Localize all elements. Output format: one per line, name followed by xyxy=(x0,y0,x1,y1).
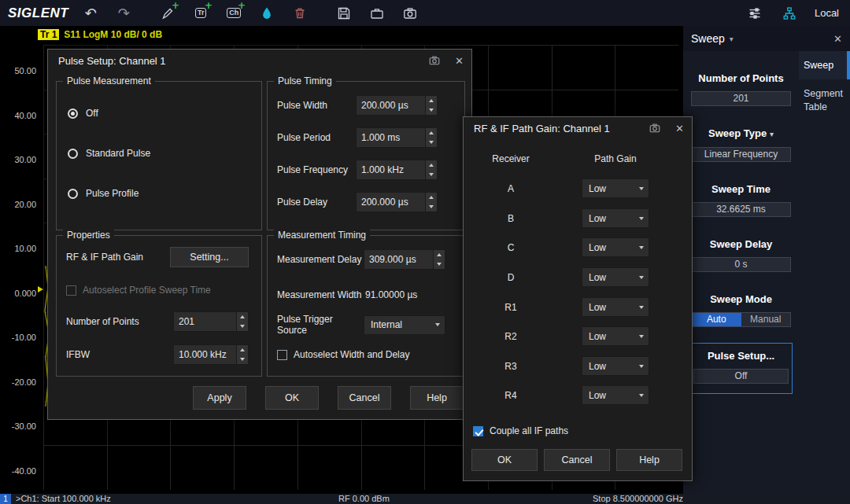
dropdown-caret-icon xyxy=(634,306,649,309)
start-frequency-text: >Ch1: Start 100.000 kHz xyxy=(16,494,111,504)
radio-standard-pulse[interactable]: Standard Pulse xyxy=(68,148,150,159)
pulse-setup-label: Pulse Setup... xyxy=(692,350,790,362)
measurement-width-label: Measurement Width xyxy=(277,289,361,300)
help-button[interactable]: Help xyxy=(410,386,464,410)
sweep-type-value[interactable]: Linear Frequency xyxy=(691,147,791,162)
trace-1-badge[interactable]: Tr 1 xyxy=(38,29,59,40)
gain-dropdown-r4[interactable]: Low xyxy=(582,385,649,405)
spinner-arrows[interactable] xyxy=(433,250,445,269)
tab-segment-table[interactable]: Segment Table xyxy=(799,79,850,121)
spinner-arrows[interactable] xyxy=(236,345,248,364)
channel-1-badge[interactable]: 1 xyxy=(0,494,11,504)
cancel-button[interactable]: Cancel xyxy=(338,386,391,410)
sweep-delay-item: Sweep Delay 0 s xyxy=(691,217,791,272)
dropdown-caret-icon xyxy=(431,323,445,326)
ok-button[interactable]: OK xyxy=(471,449,538,471)
tab-sweep[interactable]: Sweep xyxy=(799,51,850,79)
setting-button[interactable]: Setting... xyxy=(170,247,249,267)
cancel-button[interactable]: Cancel xyxy=(544,449,610,471)
channel-config-icon[interactable] xyxy=(745,4,764,23)
dropdown-caret-icon xyxy=(634,217,649,220)
gain-row-r1: R1 Low xyxy=(464,297,692,318)
spinner-arrows[interactable] xyxy=(236,312,248,331)
properties-group: Properties RF & IF Path Gain Setting... … xyxy=(56,235,262,377)
add-trace-icon[interactable]: Tr + xyxy=(191,4,210,23)
gain-dropdown-d[interactable]: Low xyxy=(582,267,649,287)
radio-off[interactable]: Off xyxy=(68,108,98,119)
y-tick: -20.00 xyxy=(0,377,36,387)
sweep-delay-value[interactable]: 0 s xyxy=(691,257,791,272)
pulse-period-input[interactable]: 1.000 ms xyxy=(356,127,438,148)
close-panel-icon[interactable]: ✕ xyxy=(833,33,842,45)
marker-droplet-icon[interactable] xyxy=(257,4,276,23)
sweep-mode-auto-button[interactable]: Auto xyxy=(692,313,741,326)
checkbox-icon xyxy=(66,285,76,296)
pulse-setup-dialog: Pulse Setup: Channel 1 ✕ Pulse Measureme… xyxy=(47,49,472,420)
gain-dropdown-r2[interactable]: Low xyxy=(582,326,649,346)
dialog-camera-icon[interactable] xyxy=(645,119,664,138)
pulse-trigger-source-dropdown[interactable]: Internal xyxy=(364,315,445,335)
close-dialog-icon[interactable]: ✕ xyxy=(675,123,684,134)
sweep-time-value[interactable]: 32.6625 ms xyxy=(691,202,791,217)
path-gain-dialog-title: RF & IF Path Gain: Channel 1 xyxy=(474,123,645,134)
apply-button[interactable]: Apply xyxy=(193,386,246,410)
gain-dropdown-r1[interactable]: Low xyxy=(582,297,649,317)
pulse-frequency-input[interactable]: 1.000 kHz xyxy=(356,160,438,180)
dropdown-caret-icon xyxy=(634,394,649,397)
sweep-delay-label: Sweep Delay xyxy=(691,238,791,251)
number-of-points-input[interactable]: 201 xyxy=(173,311,249,332)
sweep-sidebar: Sweep ▾ ✕ Number of Points 201 Sweep Typ… xyxy=(683,26,850,494)
add-channel-icon[interactable]: Ch + xyxy=(224,4,243,23)
screenshot-camera-icon[interactable] xyxy=(401,4,419,23)
y-tick: 30.00 xyxy=(0,155,36,164)
autoselect-width-delay-checkbox[interactable]: Autoselect Width and Delay xyxy=(277,349,409,360)
radio-pulse-profile[interactable]: Pulse Profile xyxy=(68,188,139,199)
top-toolbar: SIGLENT ↶ ↷ + Tr + Ch + xyxy=(0,0,850,26)
receiver-column-header: Receiver xyxy=(464,153,558,164)
number-of-points-field-label: Number of Points xyxy=(66,316,139,327)
ok-button[interactable]: OK xyxy=(265,386,319,410)
pulse-setup-item[interactable]: Pulse Setup... Off xyxy=(689,343,793,394)
save-icon[interactable] xyxy=(334,4,353,23)
gain-dropdown-a[interactable]: Low xyxy=(582,178,649,198)
help-button[interactable]: Help xyxy=(616,449,682,471)
spinner-arrows[interactable] xyxy=(425,160,437,179)
number-of-points-value[interactable]: 201 xyxy=(691,91,791,106)
gain-dropdown-b[interactable]: Low xyxy=(582,208,649,228)
chevron-down-icon[interactable]: ▾ xyxy=(730,35,734,43)
dialog-camera-icon[interactable] xyxy=(425,51,444,70)
gain-dropdown-c[interactable]: Low xyxy=(582,237,649,257)
y-tick: 50.00 xyxy=(0,66,36,75)
pulse-width-input[interactable]: 200.000 µs xyxy=(356,95,438,116)
gain-dropdown-r3[interactable]: Low xyxy=(582,356,649,376)
close-dialog-icon[interactable]: ✕ xyxy=(455,55,464,67)
redo-icon[interactable]: ↷ xyxy=(114,4,133,23)
path-gain-dialog-titlebar[interactable]: RF & IF Path Gain: Channel 1 ✕ xyxy=(464,117,692,139)
spinner-arrows[interactable] xyxy=(425,96,437,115)
dropdown-caret-icon xyxy=(634,187,649,190)
undo-icon[interactable]: ↶ xyxy=(81,4,100,23)
couple-if-paths-checkbox[interactable]: Couple all IF paths xyxy=(473,425,568,436)
y-tick: -10.00 xyxy=(0,333,36,342)
sweep-type-label[interactable]: Sweep Type ▾ xyxy=(691,127,791,141)
autoselect-profile-sweep-time-checkbox[interactable]: Autoselect Profile Sweep Time xyxy=(66,285,211,296)
rf-if-path-gain-label: RF & IF Path Gain xyxy=(66,252,143,263)
pulse-setup-value[interactable]: Off xyxy=(693,369,789,384)
rf-power-text: RF 0.00 dBm xyxy=(338,494,390,504)
pulse-delay-input[interactable]: 200.000 µs xyxy=(356,192,438,212)
y-tick: 10.00 xyxy=(0,244,36,253)
spinner-arrows[interactable] xyxy=(425,128,437,147)
delete-trash-icon[interactable] xyxy=(290,4,309,23)
checkbox-icon xyxy=(277,350,287,360)
sweep-mode-manual-button[interactable]: Manual xyxy=(741,313,791,326)
pulse-setup-dialog-titlebar[interactable]: Pulse Setup: Channel 1 ✕ xyxy=(48,50,471,72)
ifbw-input[interactable]: 10.000 kHz xyxy=(173,344,249,365)
add-measurement-icon[interactable]: + xyxy=(158,4,177,23)
trace-1-label: S11 LogM 10 dB/ 0 dB xyxy=(64,29,162,40)
open-file-icon[interactable] xyxy=(368,4,386,23)
spinner-arrows[interactable] xyxy=(425,193,437,212)
lan-network-icon[interactable] xyxy=(780,4,799,23)
measurement-delay-input[interactable]: 309.000 µs xyxy=(364,249,445,270)
y-tick: 20.00 xyxy=(0,200,36,209)
local-mode-label[interactable]: Local xyxy=(815,7,839,19)
